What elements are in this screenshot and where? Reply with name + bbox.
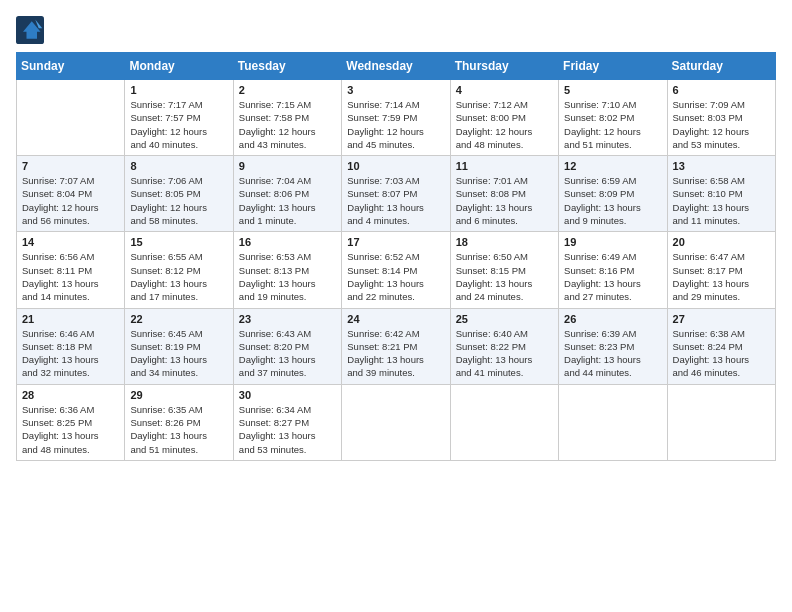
day-number: 21: [22, 313, 119, 325]
calendar-cell: 28Sunrise: 6:36 AMSunset: 8:25 PMDayligh…: [17, 384, 125, 460]
day-info: Sunrise: 6:56 AMSunset: 8:11 PMDaylight:…: [22, 250, 119, 303]
day-number: 4: [456, 84, 553, 96]
day-info: Sunrise: 6:45 AMSunset: 8:19 PMDaylight:…: [130, 327, 227, 380]
calendar-cell: 7Sunrise: 7:07 AMSunset: 8:04 PMDaylight…: [17, 156, 125, 232]
calendar-cell: 9Sunrise: 7:04 AMSunset: 8:06 PMDaylight…: [233, 156, 341, 232]
weekday-header-monday: Monday: [125, 53, 233, 80]
calendar-week-1: 1Sunrise: 7:17 AMSunset: 7:57 PMDaylight…: [17, 80, 776, 156]
calendar-cell: 1Sunrise: 7:17 AMSunset: 7:57 PMDaylight…: [125, 80, 233, 156]
calendar-cell: 5Sunrise: 7:10 AMSunset: 8:02 PMDaylight…: [559, 80, 667, 156]
day-number: 3: [347, 84, 444, 96]
calendar-cell: 26Sunrise: 6:39 AMSunset: 8:23 PMDayligh…: [559, 308, 667, 384]
day-number: 23: [239, 313, 336, 325]
day-number: 19: [564, 236, 661, 248]
day-number: 27: [673, 313, 770, 325]
calendar-cell: 23Sunrise: 6:43 AMSunset: 8:20 PMDayligh…: [233, 308, 341, 384]
day-number: 16: [239, 236, 336, 248]
calendar-table: SundayMondayTuesdayWednesdayThursdayFrid…: [16, 52, 776, 461]
calendar-cell: 6Sunrise: 7:09 AMSunset: 8:03 PMDaylight…: [667, 80, 775, 156]
calendar-cell: [667, 384, 775, 460]
day-number: 13: [673, 160, 770, 172]
day-info: Sunrise: 6:59 AMSunset: 8:09 PMDaylight:…: [564, 174, 661, 227]
logo: [16, 16, 48, 44]
day-info: Sunrise: 7:14 AMSunset: 7:59 PMDaylight:…: [347, 98, 444, 151]
weekday-header-thursday: Thursday: [450, 53, 558, 80]
calendar-cell: 13Sunrise: 6:58 AMSunset: 8:10 PMDayligh…: [667, 156, 775, 232]
calendar-cell: 24Sunrise: 6:42 AMSunset: 8:21 PMDayligh…: [342, 308, 450, 384]
header: [16, 16, 776, 44]
day-number: 26: [564, 313, 661, 325]
day-info: Sunrise: 7:09 AMSunset: 8:03 PMDaylight:…: [673, 98, 770, 151]
day-info: Sunrise: 6:38 AMSunset: 8:24 PMDaylight:…: [673, 327, 770, 380]
day-info: Sunrise: 7:04 AMSunset: 8:06 PMDaylight:…: [239, 174, 336, 227]
day-number: 29: [130, 389, 227, 401]
calendar-cell: [450, 384, 558, 460]
calendar-cell: 27Sunrise: 6:38 AMSunset: 8:24 PMDayligh…: [667, 308, 775, 384]
calendar-cell: 29Sunrise: 6:35 AMSunset: 8:26 PMDayligh…: [125, 384, 233, 460]
day-number: 7: [22, 160, 119, 172]
day-number: 24: [347, 313, 444, 325]
calendar-cell: 18Sunrise: 6:50 AMSunset: 8:15 PMDayligh…: [450, 232, 558, 308]
day-number: 22: [130, 313, 227, 325]
calendar-cell: 10Sunrise: 7:03 AMSunset: 8:07 PMDayligh…: [342, 156, 450, 232]
weekday-header-wednesday: Wednesday: [342, 53, 450, 80]
calendar-cell: 21Sunrise: 6:46 AMSunset: 8:18 PMDayligh…: [17, 308, 125, 384]
day-number: 9: [239, 160, 336, 172]
day-number: 6: [673, 84, 770, 96]
calendar-cell: 3Sunrise: 7:14 AMSunset: 7:59 PMDaylight…: [342, 80, 450, 156]
day-number: 2: [239, 84, 336, 96]
day-info: Sunrise: 6:34 AMSunset: 8:27 PMDaylight:…: [239, 403, 336, 456]
calendar-cell: [17, 80, 125, 156]
calendar-week-2: 7Sunrise: 7:07 AMSunset: 8:04 PMDaylight…: [17, 156, 776, 232]
day-info: Sunrise: 6:46 AMSunset: 8:18 PMDaylight:…: [22, 327, 119, 380]
day-info: Sunrise: 7:17 AMSunset: 7:57 PMDaylight:…: [130, 98, 227, 151]
calendar-cell: 19Sunrise: 6:49 AMSunset: 8:16 PMDayligh…: [559, 232, 667, 308]
calendar-cell: [342, 384, 450, 460]
day-number: 1: [130, 84, 227, 96]
weekday-header-saturday: Saturday: [667, 53, 775, 80]
calendar-cell: 2Sunrise: 7:15 AMSunset: 7:58 PMDaylight…: [233, 80, 341, 156]
calendar-week-4: 21Sunrise: 6:46 AMSunset: 8:18 PMDayligh…: [17, 308, 776, 384]
day-info: Sunrise: 6:40 AMSunset: 8:22 PMDaylight:…: [456, 327, 553, 380]
day-info: Sunrise: 6:58 AMSunset: 8:10 PMDaylight:…: [673, 174, 770, 227]
day-info: Sunrise: 6:47 AMSunset: 8:17 PMDaylight:…: [673, 250, 770, 303]
day-number: 17: [347, 236, 444, 248]
day-number: 15: [130, 236, 227, 248]
day-info: Sunrise: 7:01 AMSunset: 8:08 PMDaylight:…: [456, 174, 553, 227]
calendar-week-5: 28Sunrise: 6:36 AMSunset: 8:25 PMDayligh…: [17, 384, 776, 460]
calendar-cell: 15Sunrise: 6:55 AMSunset: 8:12 PMDayligh…: [125, 232, 233, 308]
calendar-cell: 8Sunrise: 7:06 AMSunset: 8:05 PMDaylight…: [125, 156, 233, 232]
day-info: Sunrise: 6:52 AMSunset: 8:14 PMDaylight:…: [347, 250, 444, 303]
day-info: Sunrise: 6:53 AMSunset: 8:13 PMDaylight:…: [239, 250, 336, 303]
day-number: 30: [239, 389, 336, 401]
day-info: Sunrise: 6:35 AMSunset: 8:26 PMDaylight:…: [130, 403, 227, 456]
day-info: Sunrise: 6:49 AMSunset: 8:16 PMDaylight:…: [564, 250, 661, 303]
day-number: 11: [456, 160, 553, 172]
day-info: Sunrise: 7:07 AMSunset: 8:04 PMDaylight:…: [22, 174, 119, 227]
calendar-cell: 11Sunrise: 7:01 AMSunset: 8:08 PMDayligh…: [450, 156, 558, 232]
day-number: 20: [673, 236, 770, 248]
day-info: Sunrise: 6:42 AMSunset: 8:21 PMDaylight:…: [347, 327, 444, 380]
day-info: Sunrise: 7:10 AMSunset: 8:02 PMDaylight:…: [564, 98, 661, 151]
calendar-cell: 17Sunrise: 6:52 AMSunset: 8:14 PMDayligh…: [342, 232, 450, 308]
calendar-week-3: 14Sunrise: 6:56 AMSunset: 8:11 PMDayligh…: [17, 232, 776, 308]
day-number: 5: [564, 84, 661, 96]
day-info: Sunrise: 6:36 AMSunset: 8:25 PMDaylight:…: [22, 403, 119, 456]
day-number: 12: [564, 160, 661, 172]
calendar-cell: [559, 384, 667, 460]
day-info: Sunrise: 6:39 AMSunset: 8:23 PMDaylight:…: [564, 327, 661, 380]
calendar-cell: 22Sunrise: 6:45 AMSunset: 8:19 PMDayligh…: [125, 308, 233, 384]
day-number: 14: [22, 236, 119, 248]
weekday-header-sunday: Sunday: [17, 53, 125, 80]
day-info: Sunrise: 7:15 AMSunset: 7:58 PMDaylight:…: [239, 98, 336, 151]
day-number: 10: [347, 160, 444, 172]
day-number: 18: [456, 236, 553, 248]
calendar-cell: 20Sunrise: 6:47 AMSunset: 8:17 PMDayligh…: [667, 232, 775, 308]
weekday-header-tuesday: Tuesday: [233, 53, 341, 80]
day-info: Sunrise: 7:03 AMSunset: 8:07 PMDaylight:…: [347, 174, 444, 227]
day-info: Sunrise: 6:43 AMSunset: 8:20 PMDaylight:…: [239, 327, 336, 380]
day-number: 28: [22, 389, 119, 401]
calendar-cell: 30Sunrise: 6:34 AMSunset: 8:27 PMDayligh…: [233, 384, 341, 460]
logo-icon: [16, 16, 44, 44]
day-info: Sunrise: 6:55 AMSunset: 8:12 PMDaylight:…: [130, 250, 227, 303]
